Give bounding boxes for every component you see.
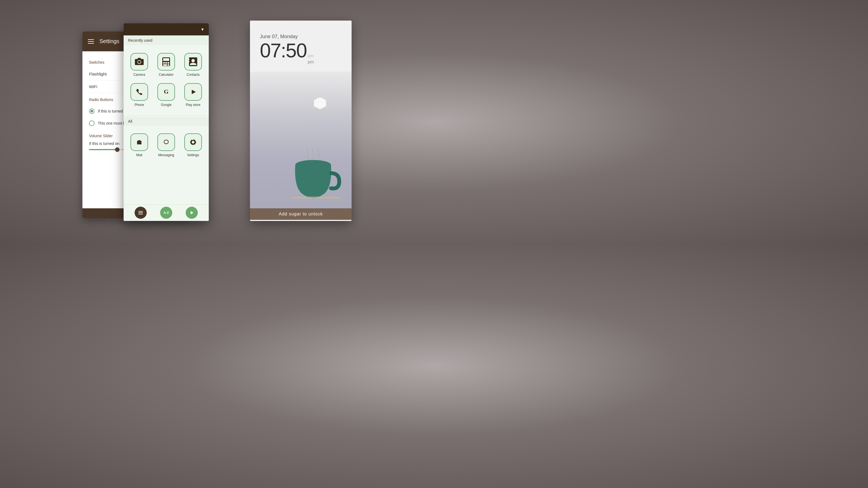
all-apps-grid: Mail Messaging (124, 126, 209, 165)
footer-az-button[interactable]: A-Z (160, 207, 172, 219)
app-messaging[interactable]: Messaging (153, 130, 180, 160)
settings-app-label: Settings (187, 153, 199, 157)
app-mail[interactable]: Mail (126, 130, 153, 160)
camera-label: Camera (133, 73, 145, 76)
app-google[interactable]: G Google (153, 80, 180, 110)
calculator-icon (161, 57, 171, 67)
recently-used-grid: Camera Calculator (124, 45, 209, 115)
google-icon-container: G (157, 83, 175, 101)
mail-label: Mail (136, 153, 142, 157)
radio-circle-1[interactable] (89, 108, 94, 114)
recently-used-header: Recently used (124, 35, 209, 45)
coffee-cup-image (288, 143, 343, 203)
settings-icon-container (184, 133, 202, 151)
mail-icon (134, 137, 144, 147)
svg-rect-9 (163, 64, 167, 66)
svg-rect-27 (138, 213, 143, 213)
contacts-icon-container (184, 53, 202, 70)
lock-pm: pm (308, 59, 314, 65)
unlock-text[interactable]: Add sugar to unlock (250, 208, 351, 220)
camera-icon (134, 57, 144, 67)
svg-point-23 (164, 140, 168, 143)
svg-rect-8 (167, 62, 169, 64)
calculator-icon-container (157, 53, 175, 70)
hexagon-icon (313, 96, 327, 110)
lock-am: am (308, 53, 314, 59)
messaging-icon (161, 137, 171, 147)
mail-icon-container (130, 133, 148, 151)
svg-rect-32 (291, 197, 341, 199)
playstore-icon-container (184, 83, 202, 101)
contacts-label: Contacts (187, 73, 199, 76)
app-drawer-header: ▼ (124, 23, 209, 35)
svg-rect-3 (137, 58, 141, 59)
phone-icon (134, 87, 144, 97)
svg-point-12 (191, 59, 195, 62)
svg-rect-14 (188, 61, 189, 62)
app-settings[interactable]: Settings (180, 130, 207, 160)
app-playstore[interactable]: Play store (180, 80, 207, 110)
settings-title: Settings (99, 38, 119, 44)
svg-rect-6 (163, 62, 165, 64)
svg-rect-7 (165, 62, 167, 64)
svg-rect-5 (163, 58, 169, 61)
camera-icon-container (130, 53, 148, 70)
divider (126, 116, 207, 116)
lock-image-area: Add sugar to unlock (250, 72, 351, 220)
slider-fill (89, 149, 119, 150)
lock-screen-top: June 07, Monday 07:50 am pm (250, 21, 351, 72)
svg-marker-30 (314, 97, 326, 109)
lock-date: June 07, Monday (260, 34, 342, 39)
lock-screen: June 07, Monday 07:50 am pm (250, 21, 351, 221)
status-wifi-icon: ▼ (200, 27, 205, 32)
svg-point-25 (192, 141, 194, 143)
calculator-label: Calculator (159, 73, 174, 76)
list-icon (138, 210, 144, 216)
phone-label: Phone (134, 103, 144, 107)
app-contacts[interactable]: Contacts (180, 50, 207, 80)
playstore-icon (188, 87, 198, 97)
svg-point-2 (138, 61, 141, 63)
hamburger-icon[interactable] (88, 39, 94, 44)
svg-text:G: G (164, 88, 168, 95)
svg-rect-13 (188, 59, 189, 60)
messaging-icon-container (157, 133, 175, 151)
settings-icon (188, 137, 198, 147)
slider-thumb[interactable] (115, 148, 120, 152)
svg-rect-10 (167, 64, 169, 66)
lock-time-container: 07:50 am pm (260, 41, 342, 65)
hexagon-shape (313, 96, 327, 110)
footer-list-button[interactable] (134, 207, 147, 219)
lock-ampm: am pm (308, 53, 314, 65)
all-apps-header: All (124, 117, 209, 126)
contacts-icon (188, 57, 198, 67)
svg-rect-26 (138, 211, 143, 212)
app-drawer-footer: A-Z (124, 204, 209, 221)
app-calculator[interactable]: Calculator (153, 50, 180, 80)
radio-circle-2[interactable] (89, 121, 94, 126)
google-icon: G (161, 87, 171, 97)
messaging-label: Messaging (158, 153, 174, 157)
az-label: A-Z (163, 211, 169, 215)
playstore-label: Play store (186, 103, 200, 107)
app-phone[interactable]: Phone (126, 80, 153, 110)
app-drawer-screen: ▼ Recently used Camera (124, 23, 209, 221)
lock-time-display: 07:50 (260, 41, 307, 60)
google-label: Google (161, 103, 172, 107)
play-icon (189, 210, 194, 215)
phone-icon-container (130, 83, 148, 101)
footer-play-button[interactable] (186, 207, 198, 219)
svg-marker-29 (191, 211, 193, 214)
svg-rect-28 (138, 214, 143, 214)
app-camera[interactable]: Camera (126, 50, 153, 80)
